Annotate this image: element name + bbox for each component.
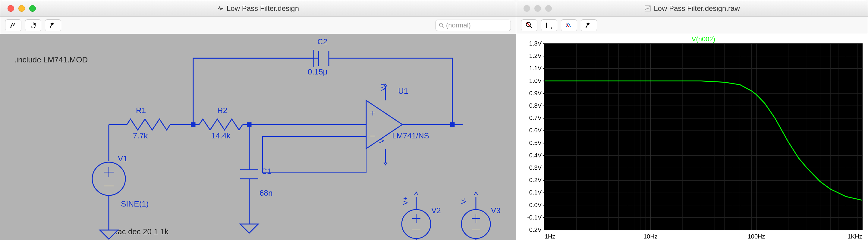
svg-text:0.5V: 0.5V	[529, 140, 542, 146]
hammer-tool-button[interactable]	[45, 19, 61, 31]
window-title-left: Low Pass Filter.design	[0, 4, 516, 13]
svg-point-5	[92, 162, 125, 196]
svg-rect-10	[545, 44, 862, 230]
toolbar-left: (normal)	[0, 17, 516, 34]
close-button-inactive[interactable]	[524, 5, 530, 12]
search-field[interactable]: (normal)	[435, 20, 511, 31]
svg-text:1.0V: 1.0V	[529, 78, 542, 84]
traffic-lights-inactive	[516, 5, 552, 12]
svg-text:0.3V: 0.3V	[529, 164, 542, 171]
titlebar-right: Low Pass Filter.design.raw	[516, 0, 868, 17]
svg-text:1.3V: 1.3V	[529, 40, 542, 47]
hammer-tool-button-plot[interactable]	[581, 19, 597, 31]
svg-text:0.6V: 0.6V	[529, 127, 542, 133]
titlebar-left: Low Pass Filter.design	[0, 0, 516, 17]
svg-point-0	[10, 27, 11, 28]
axes-tool-button[interactable]	[541, 19, 557, 31]
svg-text:0.7V: 0.7V	[529, 115, 542, 121]
svg-text:0.0V: 0.0V	[529, 202, 542, 208]
plot-area[interactable]: 1.3V1.2V1.1V1.0V0.9V0.8V0.7V0.6V0.5V0.4V…	[516, 34, 868, 240]
close-button[interactable]	[7, 5, 14, 12]
svg-text:-0.2V: -0.2V	[527, 227, 541, 233]
svg-rect-2	[191, 123, 195, 126]
svg-point-1	[439, 23, 442, 26]
window-title-right: Low Pass Filter.design.raw	[516, 4, 868, 13]
minimize-button[interactable]	[19, 5, 25, 12]
svg-text:1Hz: 1Hz	[545, 233, 555, 240]
svg-point-7	[461, 210, 490, 239]
plot-svg: 1.3V1.2V1.1V1.0V0.9V0.8V0.7V0.6V0.5V0.4V…	[516, 34, 868, 240]
svg-rect-4	[451, 123, 454, 126]
toolbar-right	[516, 17, 868, 34]
svg-text:V(n002): V(n002)	[692, 35, 715, 43]
zoom-button-inactive[interactable]	[545, 5, 552, 12]
svg-text:100Hz: 100Hz	[748, 233, 765, 240]
svg-text:0.9V: 0.9V	[529, 90, 542, 96]
svg-rect-8	[645, 6, 650, 11]
search-icon	[439, 23, 444, 28]
schematic-window: Low Pass Filter.design (normal) .include…	[0, 0, 516, 240]
svg-text:-0.1V: -0.1V	[527, 214, 541, 221]
svg-text:1.2V: 1.2V	[529, 53, 542, 59]
svg-text:1KHz: 1KHz	[847, 233, 862, 240]
svg-text:1.1V: 1.1V	[529, 65, 542, 71]
svg-text:0.1V: 0.1V	[529, 189, 542, 196]
app-icon	[217, 5, 224, 12]
trace-tool-button[interactable]	[561, 19, 577, 31]
schematic-canvas[interactable]: .include LM741.MOD .ac dec 20 1 1k R1 7.…	[0, 34, 516, 240]
svg-point-6	[402, 210, 431, 239]
search-placeholder: (normal)	[446, 22, 471, 29]
run-simulation-button[interactable]	[5, 19, 22, 31]
pan-tool-button[interactable]	[25, 19, 41, 31]
plot-window: Low Pass Filter.design.raw 1.3V1.2V1.1V1…	[516, 0, 868, 240]
minimize-button-inactive[interactable]	[534, 5, 541, 12]
zoom-tool-button[interactable]	[521, 19, 537, 31]
svg-text:0.4V: 0.4V	[529, 152, 542, 158]
svg-text:0.2V: 0.2V	[529, 177, 542, 183]
zoom-button[interactable]	[29, 5, 36, 12]
svg-text:10Hz: 10Hz	[644, 233, 658, 240]
schematic-svg	[0, 34, 516, 240]
traffic-lights	[0, 5, 36, 12]
plot-app-icon	[644, 5, 651, 12]
svg-text:0.8V: 0.8V	[529, 102, 542, 109]
